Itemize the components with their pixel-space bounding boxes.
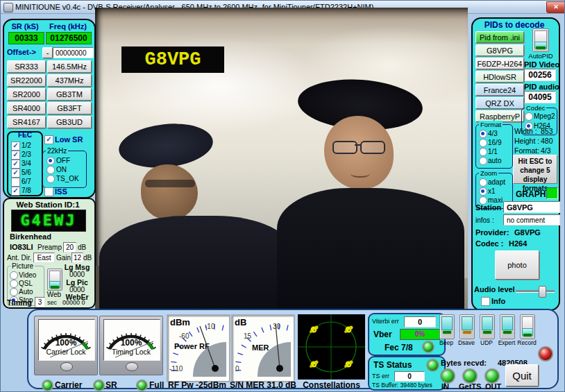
sr-header: SR (kS): [6, 22, 44, 31]
timing-input[interactable]: 3: [35, 297, 45, 307]
low-sr-checkbox[interactable]: [44, 135, 53, 144]
beep-switch[interactable]: [439, 314, 455, 339]
height-value: 480: [541, 137, 553, 145]
graph-indicator[interactable]: [546, 187, 558, 199]
preset-gb3ft-button[interactable]: GB3FT: [47, 102, 92, 114]
gain-input[interactable]: 12: [71, 253, 83, 263]
carrier-led: [42, 380, 53, 391]
full-led-label: Full: [149, 380, 164, 390]
preset-gb3ud-button[interactable]: GB3UD: [47, 116, 92, 128]
picture-auto-radio[interactable]: [10, 288, 18, 296]
needle-pivot: [212, 365, 219, 372]
record-switch-label: Record: [514, 339, 539, 346]
tone-22khz-group: 22kHz OFF ON TS_OK: [42, 151, 87, 188]
picture-qsl-radio[interactable]: [10, 280, 18, 288]
fec-3-4-checkbox[interactable]: [11, 160, 20, 169]
in-led: [440, 368, 455, 384]
audio-level-slider-thumb[interactable]: [539, 286, 546, 298]
format-1-1-radio[interactable]: [479, 148, 487, 156]
pid-f6dzp-button[interactable]: F6DZP-H264: [475, 58, 524, 69]
udp-switch[interactable]: [480, 314, 495, 339]
timing-unit: sec: [47, 299, 57, 306]
web-switch[interactable]: [47, 269, 62, 291]
tone-off-radio[interactable]: [47, 157, 55, 165]
station-input[interactable]: G8VPG: [503, 201, 560, 213]
tone-tsok-radio[interactable]: [47, 175, 55, 183]
mer-tick-high: 30: [273, 323, 281, 330]
format-16-9-label: 16/9: [488, 139, 501, 146]
zoom-x1-radio[interactable]: [479, 187, 487, 196]
format-4-3-radio[interactable]: [479, 130, 487, 138]
fec-2-3-checkbox[interactable]: [11, 151, 20, 160]
meter-adjuster[interactable]: [60, 362, 73, 371]
preset-146mhz-button[interactable]: 146.5MHz: [47, 60, 92, 73]
codec-mpeg2-label: Mpeg2: [534, 112, 555, 120]
audio-level-slider-track[interactable]: [516, 290, 555, 293]
pid-from-ini-button[interactable]: Pid from .ini: [475, 31, 524, 43]
in-led-label: IN: [441, 382, 449, 391]
timing-lock-value: 100%: [121, 338, 142, 348]
preset-437mhz-button[interactable]: 437MHz: [47, 74, 92, 87]
autopid-switch[interactable]: [532, 28, 549, 52]
meter-adjuster[interactable]: [126, 362, 138, 371]
dsave-switch[interactable]: [459, 314, 475, 339]
fec-3-4-label: 3/4: [22, 160, 31, 167]
pid-g8vpg-button[interactable]: G8VPG: [475, 44, 524, 56]
tone-on-radio[interactable]: [47, 166, 55, 174]
rf-power-meter: -110 -60 -10 dBm Power RF: [167, 314, 230, 382]
mer-meter: 0 15 30 dB MER: [231, 314, 295, 382]
pid-audio-input[interactable]: 04095: [524, 91, 556, 103]
preset-gb3tm-button[interactable]: GB3TM: [47, 88, 92, 101]
preamp-input[interactable]: 20: [63, 242, 76, 253]
format-label: Format:: [514, 146, 539, 155]
expert-switch[interactable]: [500, 314, 515, 339]
mer-meter-unit: dB: [235, 317, 246, 327]
fec-5-6-checkbox[interactable]: [11, 169, 20, 178]
pid-qrzdx-button[interactable]: QRZ DX: [475, 97, 524, 109]
fec-7-8-checkbox[interactable]: [11, 187, 20, 196]
offset-label: Offset->: [7, 48, 36, 56]
offset-minus-button[interactable]: -: [42, 47, 53, 58]
low-sr-label: Low SR: [55, 135, 83, 144]
preset-sr333-button[interactable]: SR333: [7, 60, 46, 73]
preset-sr2000-button[interactable]: SR2000: [7, 88, 46, 101]
tuner-panel: SR (kS) Freq (kHz) 00333 01276500 Offset…: [3, 19, 96, 198]
picture-qsl-label: QSL: [19, 280, 33, 287]
preset-sr4000-button[interactable]: SR4000: [7, 102, 46, 114]
fec-6-7-checkbox[interactable]: [11, 178, 20, 187]
fec-1-2-checkbox[interactable]: [11, 142, 20, 151]
infos-input[interactable]: no comment: [503, 214, 560, 225]
offset-input[interactable]: 00000000: [53, 47, 94, 58]
zoom-adapt-radio[interactable]: [479, 178, 487, 187]
timing-lock-label: Timing Lock: [112, 348, 151, 356]
getts-led-label: GetTS: [459, 382, 481, 391]
ts-err-value: 0: [394, 371, 425, 382]
rf-power-reading: RF Pw -25dBm: [165, 380, 229, 390]
close-icon[interactable]: ✕: [546, 1, 565, 13]
picture-group-label: Picture: [10, 262, 35, 270]
picture-video-radio[interactable]: [10, 271, 18, 280]
web-station-title: Web Station ID:1: [4, 201, 92, 209]
ant-dir-input[interactable]: East: [33, 253, 55, 263]
preset-sr22000-button[interactable]: SR22000: [7, 74, 46, 87]
record-switch[interactable]: [520, 314, 535, 339]
photo-button[interactable]: photo: [495, 250, 539, 280]
info-checkbox[interactable]: [481, 297, 490, 306]
video-display[interactable]: G8VPG: [95, 8, 468, 309]
format-auto-radio[interactable]: [479, 157, 487, 165]
preset-sr4167-button[interactable]: SR4167: [7, 116, 46, 128]
pid-france24-button[interactable]: France24: [475, 84, 524, 96]
rf-tick-mid: -60: [179, 332, 189, 340]
town-label: Birkenhead: [10, 232, 51, 241]
weber-value: 00000 0: [62, 299, 85, 306]
iss-checkbox[interactable]: [44, 187, 53, 196]
codec-label: Codec :: [475, 239, 503, 248]
format-16-9-radio[interactable]: [479, 139, 487, 147]
pid-video-input[interactable]: 00256: [524, 69, 556, 81]
pid-hdlowsr-button[interactable]: HDlowSR: [475, 71, 524, 83]
bytes-recvd-label: Bytes recvd:: [441, 359, 487, 367]
provider-label: Provider:: [475, 228, 509, 237]
right-person-body: [277, 188, 464, 309]
quit-button[interactable]: Quit: [505, 364, 539, 386]
codec-mpeg2-radio[interactable]: [525, 112, 533, 121]
